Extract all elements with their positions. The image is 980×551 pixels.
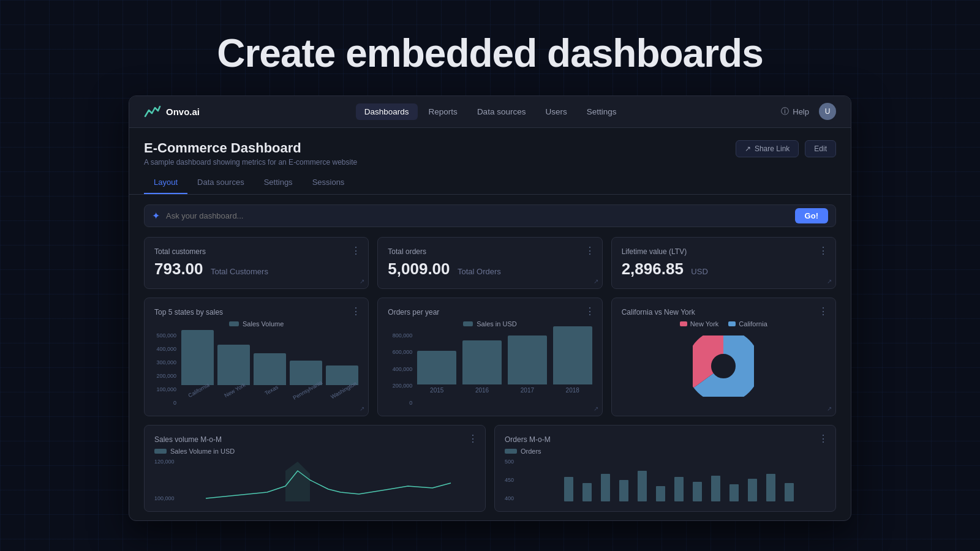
chart-title-orders-mom: Orders M-o-M [505,435,826,444]
chart-title-orders-year: Orders per year [388,308,592,317]
card-menu-customers[interactable]: ⋮ [351,245,361,257]
metric-value-ltv: 2,896.85 [622,260,684,278]
go-button[interactable]: Go! [795,208,828,223]
tab-sessions[interactable]: Sessions [303,174,355,194]
bar-2016 [462,340,502,384]
metric-card-orders: Total orders 5,009.00 Total Orders ⋮ ↗ [377,237,602,289]
legend-label-ca: California [739,320,767,328]
edit-button[interactable]: Edit [805,140,836,157]
hero-title: Create embedded dashboards [217,31,763,76]
ai-search-icon: ✦ [152,210,160,222]
svg-rect-8 [656,486,665,501]
nav-links: Dashboards Reports Data sources Users Se… [219,103,761,120]
chart-title-ca-vs-ny: California vs New York [622,308,826,317]
legend-color-ca [728,321,736,326]
bar-label-2018: 2018 [566,387,579,394]
dashboard-header: E-Commerce Dashboard A sample dashboard … [129,128,851,167]
y-label: 600,000 [388,349,412,355]
svg-rect-7 [638,471,647,501]
help-button[interactable]: ⓘ Help [781,106,809,117]
y-label: 400 [505,495,523,501]
card-menu-ca-vs-ny[interactable]: ⋮ [818,305,828,317]
bar-tx [254,353,286,385]
bar-2018 [553,326,592,384]
search-input[interactable] [166,205,789,227]
card-menu-sales-mom[interactable]: ⋮ [468,433,478,444]
logo-text: Onvo.ai [166,107,200,117]
help-label: Help [793,107,809,116]
line-chart-svg-sales [181,459,475,501]
legend-item-ca: California [728,320,767,328]
nav-settings[interactable]: Settings [578,103,625,120]
resize-handle-orders: ↗ [594,278,598,285]
legend-label-ny: New York [690,320,718,328]
metrics-section: Total customers 793.00 Total Customers ⋮… [129,237,851,512]
line-chart-orders-mom: 500 450 400 [505,459,826,501]
chart-legend-orders-mom: Orders [505,448,826,455]
bar-group-ny: New York [217,345,250,394]
y-label: 450 [505,477,523,483]
metric-unit-customers: Total Customers [211,267,268,276]
nav-reports[interactable]: Reports [420,103,466,120]
y-label: 100,000 [154,495,181,501]
svg-rect-15 [785,483,794,501]
chart-legend-top5states: Sales Volume [154,320,358,328]
bar-group-pa: Pennsylvania [290,361,323,394]
chart-title-sales-mom: Sales volume M-o-M [154,435,475,444]
tab-layout[interactable]: Layout [144,174,187,194]
card-menu-orders-mom[interactable]: ⋮ [818,433,828,444]
metric-label-orders: Total orders [388,247,592,256]
bar-label-2015: 2015 [430,387,443,394]
tab-settings[interactable]: Settings [254,174,303,194]
metrics-row: Total customers 793.00 Total Customers ⋮… [144,237,836,289]
bar-group-tx: Texas [254,353,286,394]
legend-color-ny [680,321,687,326]
y-label: 500 [505,459,523,465]
avatar[interactable]: U [819,103,836,120]
dashboard-actions: ↗ Share Link Edit [736,140,836,157]
chart-card-sales-mom: ⋮ Sales volume M-o-M Sales Volume in USD… [144,425,486,512]
legend-box-sales-volume [229,321,239,326]
sub-tabs: Layout Data sources Settings Sessions [129,167,851,195]
card-menu-top5states[interactable]: ⋮ [351,305,361,317]
y-label: 0 [154,400,176,406]
card-menu-orders-year[interactable]: ⋮ [585,305,595,317]
share-link-button[interactable]: ↗ Share Link [736,140,799,157]
y-label: 400,000 [388,366,412,372]
legend-box-orders-mom [505,449,517,454]
nav-data-sources[interactable]: Data sources [469,103,535,120]
charts-row: ⋮ Top 5 states by sales Sales Volume 500… [144,298,836,416]
nav-right: ⓘ Help U [781,103,836,120]
dashboard-title-area: E-Commerce Dashboard A sample dashboard … [144,140,357,167]
svg-rect-14 [766,474,775,501]
nav-users[interactable]: Users [537,103,575,120]
share-icon: ↗ [745,144,751,153]
dashboard-window: Onvo.ai Dashboards Reports Data sources … [129,96,851,521]
y-label: 400,000 [154,346,176,352]
bar-label-tx: Texas [263,384,279,396]
pie-chart-svg [693,335,754,397]
chart-legend-sales-mom: Sales Volume in USD [154,448,475,455]
chart-title-top5states: Top 5 states by sales [154,308,358,317]
y-label: 800,000 [388,332,412,339]
legend-label-sales-mom: Sales Volume in USD [170,448,235,455]
resize-handle-ca-vs-ny: ↗ [827,405,832,412]
legend-item-ny: New York [680,320,718,328]
svg-marker-2 [285,462,310,501]
navbar: Onvo.ai Dashboards Reports Data sources … [129,96,851,128]
card-menu-orders[interactable]: ⋮ [585,245,595,257]
resize-handle-orders-year: ↗ [594,405,598,412]
search-section: ✦ Go! [129,195,851,237]
resize-handle-top5states: ↗ [360,405,364,412]
svg-rect-3 [564,477,573,501]
metric-label-ltv: Lifetime value (LTV) [622,247,826,256]
pie-chart-container [622,332,826,400]
tab-data-sources[interactable]: Data sources [187,174,254,194]
svg-rect-5 [601,474,610,501]
dashboard-subtitle: A sample dashboard showing metrics for a… [144,158,357,167]
card-menu-ltv[interactable]: ⋮ [818,245,828,257]
bar-group-2018: 2018 [553,326,592,394]
y-label: 100,000 [154,386,176,392]
nav-dashboards[interactable]: Dashboards [356,103,418,120]
chart-card-ca-vs-ny: ⋮ California vs New York New York Califo… [611,298,836,416]
